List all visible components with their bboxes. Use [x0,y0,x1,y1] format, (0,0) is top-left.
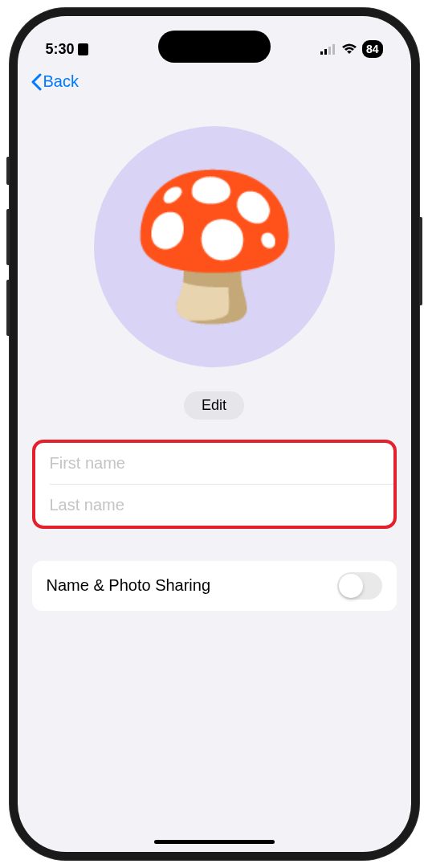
cellular-signal-icon [320,43,336,55]
battery-indicator: 84 [362,40,383,58]
avatar-section: 🍄 Edit [32,126,397,420]
status-right: 84 [320,40,383,58]
phone-side-buttons-right [419,217,422,305]
svg-rect-2 [328,47,331,55]
mushroom-icon: 🍄 [127,176,302,317]
home-indicator[interactable] [154,840,275,844]
svg-rect-0 [320,51,323,55]
contact-card-icon [78,43,88,55]
edit-button[interactable]: Edit [184,391,244,420]
volume-up-button [6,209,10,265]
svg-rect-1 [324,49,327,55]
sharing-label: Name & Photo Sharing [47,576,211,595]
status-time: 5:30 [46,41,75,58]
first-name-field[interactable] [35,443,393,484]
name-input-group [32,440,397,529]
phone-side-buttons-left [6,157,10,350]
toggle-knob [339,574,363,598]
wifi-icon [341,43,357,55]
last-name-field[interactable] [35,485,393,526]
nav-bar: Back [18,64,411,102]
mute-switch [6,157,10,185]
back-label: Back [43,72,79,91]
chevron-left-icon [31,73,42,91]
phone-frame: 5:30 [10,8,419,860]
volume-down-button [6,280,10,336]
content-area: 🍄 Edit Name & Photo Sharing [18,102,411,627]
power-button [419,217,422,305]
back-button[interactable]: Back [31,72,79,91]
avatar[interactable]: 🍄 [94,126,335,367]
sharing-setting-row: Name & Photo Sharing [32,561,397,611]
dynamic-island [158,31,271,63]
status-left: 5:30 [46,41,88,58]
sharing-toggle[interactable] [337,572,382,600]
battery-percent: 84 [366,43,379,55]
svg-rect-3 [332,44,335,55]
screen: 5:30 [18,16,411,852]
